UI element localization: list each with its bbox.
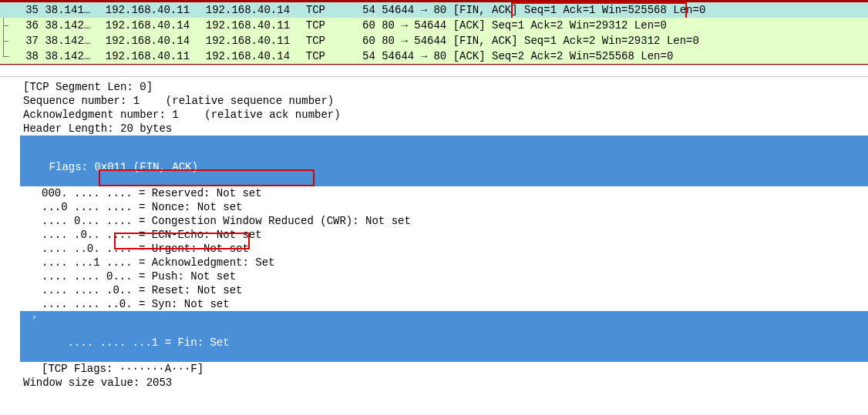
detail-tcp-flags-summary[interactable]: [TCP Flags: ·······A···F] (0, 362, 868, 376)
packet-row-35[interactable]: 35 38.141 192.168.40.11 192.168.40.14 TC… (0, 2, 868, 18)
col-proto: TCP (306, 19, 338, 32)
detail-flag-cwr[interactable]: .... 0... .... = Congestion Window Reduc… (0, 214, 868, 228)
detail-flag-push[interactable]: .... .... 0... = Push: Not set (0, 269, 868, 283)
packet-row-36[interactable]: 36 38.142 192.168.40.14 192.168.40.11 TC… (0, 18, 868, 33)
packet-row-37[interactable]: 37 38.142 192.168.40.14 192.168.40.11 TC… (0, 33, 868, 49)
fin-label: .... .... ...1 = Fin: Set (68, 336, 230, 349)
col-proto: TCP (306, 35, 338, 47)
detail-flag-urgent[interactable]: .... ..0. .... = Urgent: Not set (0, 242, 868, 256)
packet-details-pane[interactable]: [TCP Segment Len: 0] Sequence number: 1 … (0, 77, 868, 391)
col-len: 54 (338, 50, 375, 62)
detail-flag-reserved[interactable]: 000. .... .... = Reserved: Not set (0, 186, 868, 200)
detail-flag-nonce[interactable]: ...0 .... .... = Nonce: Not set (0, 200, 868, 214)
detail-flag-syn[interactable]: .... .... ..0. = Syn: Not set (0, 297, 868, 311)
detail-header-length[interactable]: Header Length: 20 bytes (0, 122, 868, 136)
col-dst: 192.168.40.11 (206, 19, 306, 32)
flags-label: Flags: 0x011 (FIN, ACK) (49, 161, 198, 173)
detail-window-size[interactable]: Window size value: 2053 (0, 376, 868, 390)
detail-seq-number[interactable]: Sequence number: 1 (relative sequence nu… (0, 94, 868, 108)
detail-flag-ecn[interactable]: .... .0.. .... = ECN-Echo: Not set (0, 228, 868, 242)
detail-flags-header[interactable]: ⌄ Flags: 0x011 (FIN, ACK) (20, 136, 868, 186)
col-time: 38.142 (45, 50, 99, 62)
col-dst: 192.168.40.14 (206, 4, 306, 16)
col-time: 38.141 (45, 4, 99, 16)
col-no: 35 (9, 4, 39, 16)
col-no: 37 (9, 35, 39, 47)
detail-tcp-seg-len[interactable]: [TCP Segment Len: 0] (0, 80, 868, 94)
col-no: 36 (9, 19, 39, 32)
chevron-right-icon[interactable]: › (32, 313, 37, 322)
col-proto: TCP (306, 50, 338, 62)
col-dst: 192.168.40.14 (206, 50, 306, 62)
packet-bracket (3, 49, 9, 57)
chevron-down-icon[interactable]: ⌄ (11, 137, 16, 147)
col-proto: TCP (306, 4, 338, 16)
col-no: 38 (9, 50, 39, 62)
col-info: 80 → 54644 [ACK] Seq=1 Ack=2 Win=29312 L… (382, 19, 667, 32)
col-src: 192.168.40.11 (106, 50, 206, 62)
packet-bracket (3, 33, 11, 49)
col-src: 192.168.40.14 (106, 19, 206, 32)
col-len: 60 (338, 35, 375, 47)
packet-list[interactable]: 35 38.141 192.168.40.11 192.168.40.14 TC… (0, 0, 868, 65)
col-len: 60 (338, 19, 375, 32)
col-dst: 192.168.40.11 (206, 35, 306, 47)
detail-ack-number[interactable]: Acknowledgment number: 1 (relative ack n… (0, 108, 868, 122)
col-len: 54 (338, 4, 375, 16)
pane-separator[interactable] (0, 65, 868, 77)
packet-bracket (3, 18, 11, 33)
detail-flag-reset[interactable]: .... .... .0.. = Reset: Not set (0, 283, 868, 297)
col-time: 38.142 (45, 35, 99, 47)
col-info: 80 → 54644 [FIN, ACK] Seq=1 Ack=2 Win=29… (382, 35, 699, 47)
packet-row-38[interactable]: 38 38.142 192.168.40.11 192.168.40.14 TC… (0, 49, 868, 64)
col-info: 54644 → 80 [ACK] Seq=2 Ack=2 Win=525568 … (382, 50, 673, 62)
col-src: 192.168.40.11 (106, 4, 206, 16)
detail-flag-ack[interactable]: .... ...1 .... = Acknowledgment: Set (0, 256, 868, 269)
detail-flag-fin[interactable]: › .... .... ...1 = Fin: Set (20, 311, 868, 362)
col-time: 38.142 (45, 19, 99, 32)
col-info: 54644 → 80 [FIN, ACK] Seq=1 Ack=1 Win=52… (382, 4, 705, 16)
col-src: 192.168.40.14 (106, 35, 206, 47)
